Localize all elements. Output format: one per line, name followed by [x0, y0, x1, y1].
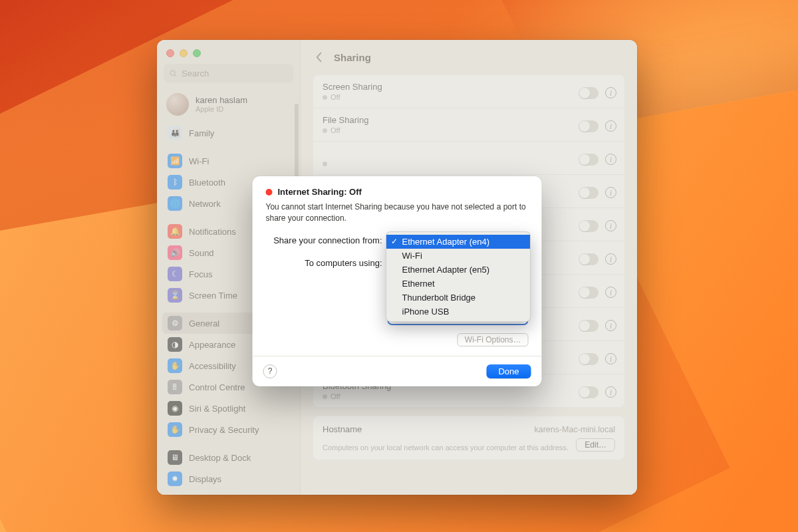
share-from-label: Share your connection from: [266, 233, 382, 245]
sheet-description: You cannot start Internet Sharing becaus… [266, 197, 529, 231]
system-settings-window: Search karen haslam Apple ID 👪Family📶Wi-… [157, 40, 637, 495]
dropdown-option[interactable]: Wi-Fi [386, 249, 530, 263]
to-computers-label: To computers using: [266, 256, 382, 268]
dropdown-option-label: iPhone USB [402, 307, 450, 317]
dropdown-option[interactable]: Thunderbolt Bridge [386, 291, 530, 305]
help-button[interactable]: ? [263, 364, 277, 378]
sheet-title: Internet Sharing: Off [278, 187, 362, 197]
done-button[interactable]: Done [486, 364, 531, 378]
check-icon: ✓ [391, 237, 398, 246]
dropdown-option-label: Ethernet [402, 279, 435, 289]
dropdown-option-label: Ethernet Adapter (en4) [402, 237, 490, 247]
dropdown-option-label: Thunderbolt Bridge [402, 293, 476, 303]
wifi-options-button[interactable]: Wi-Fi Options… [458, 333, 529, 346]
dropdown-option[interactable]: Ethernet Adapter (en5) [386, 263, 530, 277]
dropdown-option-label: Ethernet Adapter (en5) [402, 265, 490, 275]
share-from-dropdown[interactable]: ✓Ethernet Adapter (en4)Wi-FiEthernet Ada… [386, 231, 531, 322]
dropdown-option[interactable]: ✓Ethernet Adapter (en4) [386, 235, 530, 249]
status-indicator-icon [266, 189, 273, 196]
dropdown-option-label: Wi-Fi [402, 251, 422, 261]
dropdown-option[interactable]: iPhone USB [386, 305, 530, 319]
dropdown-option[interactable]: Ethernet [386, 277, 530, 291]
